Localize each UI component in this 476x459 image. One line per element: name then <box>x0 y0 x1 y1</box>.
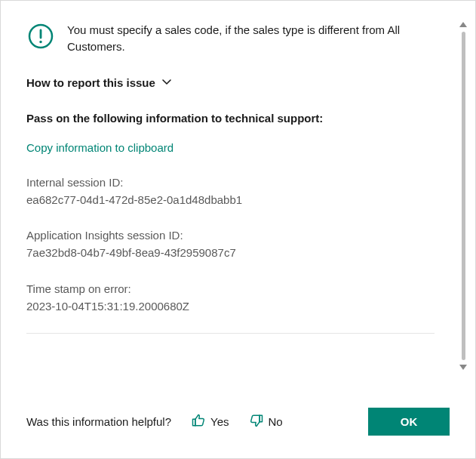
feedback-no-button[interactable]: No <box>244 410 287 433</box>
dialog-footer: Was this information helpful? Yes No <box>1 391 475 458</box>
copy-to-clipboard-link[interactable]: Copy information to clipboard <box>26 141 174 154</box>
feedback-yes-label: Yes <box>210 415 229 428</box>
feedback-no-label: No <box>269 415 283 428</box>
internal-session-value: ea682c77-04d1-472d-85e2-0a1d48dbabb1 <box>26 191 435 208</box>
error-message: You must specify a sales code, if the sa… <box>67 22 435 55</box>
warning-icon <box>26 22 55 51</box>
scroll-thumb[interactable] <box>462 32 465 360</box>
divider <box>26 333 435 334</box>
ai-session-label: Application Insights session ID: <box>26 226 435 244</box>
chevron-down-icon <box>161 76 172 89</box>
ai-session-value: 7ae32bd8-04b7-49bf-8ea9-43f2959087c7 <box>26 244 435 261</box>
thumbs-up-icon <box>191 413 206 430</box>
timestamp-block: Time stamp on error: 2023-10-04T15:31:19… <box>26 280 435 316</box>
feedback-yes-button[interactable]: Yes <box>186 410 233 433</box>
scroll-content: You must specify a sales code, if the sa… <box>26 22 450 391</box>
scroll-down-icon[interactable] <box>459 365 467 370</box>
error-dialog: You must specify a sales code, if the sa… <box>0 0 476 459</box>
how-to-report-toggle[interactable]: How to report this issue <box>26 76 435 89</box>
svg-point-2 <box>39 41 41 43</box>
thumbs-down-icon <box>249 413 264 430</box>
how-to-report-label: How to report this issue <box>26 76 155 89</box>
scroll-up-icon[interactable] <box>459 22 467 27</box>
scrollbar[interactable] <box>459 22 468 370</box>
ok-button[interactable]: OK <box>368 408 450 436</box>
internal-session-label: Internal session ID: <box>26 174 435 191</box>
message-row: You must specify a sales code, if the sa… <box>26 22 435 55</box>
internal-session-block: Internal session ID: ea682c77-04d1-472d-… <box>26 174 435 209</box>
pass-on-heading: Pass on the following information to tec… <box>26 112 435 125</box>
dialog-body: You must specify a sales code, if the sa… <box>1 1 475 391</box>
timestamp-label: Time stamp on error: <box>26 280 435 297</box>
timestamp-value: 2023-10-04T15:31:19.2000680Z <box>26 297 435 315</box>
helpful-question: Was this information helpful? <box>26 415 171 428</box>
ai-session-block: Application Insights session ID: 7ae32bd… <box>26 226 435 262</box>
